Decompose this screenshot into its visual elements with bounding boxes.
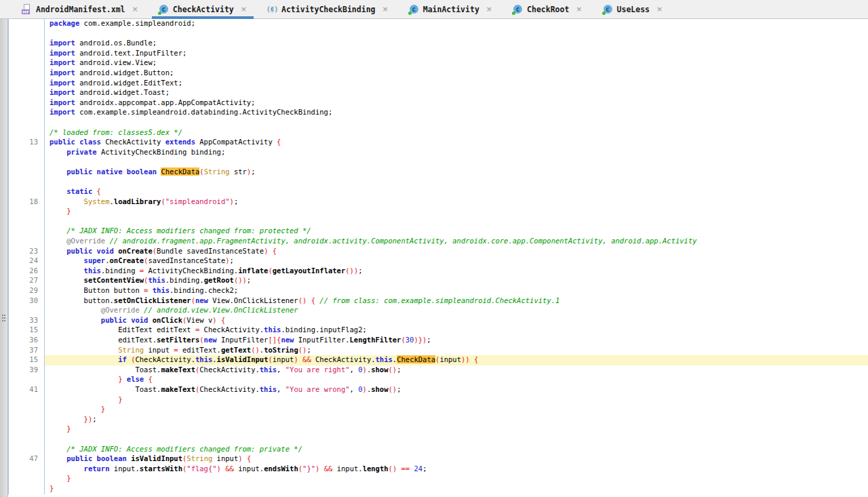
code-text[interactable]: /* loaded from: classes5.dex */: [45, 128, 868, 138]
code-line: }: [8, 474, 868, 484]
code-line: 27 setContentView(this.binding.getRoot()…: [8, 276, 868, 286]
code-text[interactable]: static {: [45, 187, 868, 197]
code-line: /* JADX INFO: Access modifiers changed f…: [8, 226, 868, 237]
code-line: [8, 178, 868, 188]
tab-bar: MFAndroidManifest.xml×cCheckActivity×(c)…: [0, 0, 868, 19]
line-number: 18: [8, 197, 45, 207]
code-line: }: [8, 395, 868, 405]
code-text[interactable]: Toast.makeText(CheckActivity.this, "You …: [45, 365, 868, 376]
code-line: /* loaded from: classes5.dex */: [8, 128, 868, 138]
line-number: [8, 19, 45, 29]
code-text[interactable]: }: [45, 474, 868, 484]
code-text[interactable]: import android.widget.EditText;: [45, 79, 868, 89]
code-text[interactable]: Button button = this.binding.check2;: [45, 286, 868, 296]
code-text[interactable]: private ActivityCheckBinding binding;: [45, 148, 868, 158]
code-text[interactable]: button.setOnClickListener(new View.OnCli…: [45, 296, 868, 306]
code-text[interactable]: [45, 157, 868, 167]
code-line: }: [8, 484, 868, 494]
code-text[interactable]: package com.example.simpleandroid;: [45, 19, 868, 29]
code-line: [8, 118, 868, 128]
line-number: [8, 207, 45, 217]
splitter-grip-icon[interactable]: [2, 315, 3, 316]
code-text[interactable]: System.loadLibrary("simpleandroid");: [45, 197, 868, 207]
code-text[interactable]: import android.os.Bundle;: [45, 39, 868, 49]
code-editor[interactable]: package com.example.simpleandroid;import…: [8, 19, 868, 497]
code-text[interactable]: public void onCreate(Bundle savedInstanc…: [45, 247, 868, 257]
code-text[interactable]: import androidx.appcompat.app.AppCompatA…: [45, 98, 868, 108]
line-number: [8, 178, 45, 188]
line-number: 33: [8, 316, 45, 326]
tab-AndroidManifest.xml[interactable]: MFAndroidManifest.xml×: [15, 0, 145, 18]
panel-splitter[interactable]: [0, 19, 8, 497]
line-number: [8, 108, 45, 118]
code-text[interactable]: String input = editText.getText().toStri…: [45, 346, 868, 356]
code-text[interactable]: Toast.makeText(CheckActivity.this, "You …: [45, 385, 868, 395]
code-text[interactable]: }: [45, 207, 868, 217]
code-line: public native boolean CheckData(String s…: [8, 167, 868, 178]
code-line: });: [8, 415, 868, 425]
code-text[interactable]: @Override // android.view.View.OnClickLi…: [45, 306, 868, 316]
code-text[interactable]: return input.startsWith("flag{") && inpu…: [45, 464, 868, 475]
manifest-file-icon: MF: [22, 4, 32, 14]
code-text[interactable]: [45, 217, 868, 227]
tab-CheckActivity[interactable]: cCheckActivity×: [152, 0, 254, 18]
code-text[interactable]: import android.widget.Toast;: [45, 88, 868, 98]
line-number: 39: [8, 365, 45, 376]
code-text[interactable]: setContentView(this.binding.getRoot());: [45, 276, 868, 286]
code-text[interactable]: import android.view.View;: [45, 58, 868, 68]
tab-close-icon[interactable]: ×: [132, 5, 138, 14]
code-line: @Override // androidx.fragment.app.Fragm…: [8, 237, 868, 247]
code-line: import android.widget.EditText;: [8, 79, 868, 89]
code-text[interactable]: });: [45, 415, 868, 425]
code-text[interactable]: import android.text.InputFilter;: [45, 49, 868, 59]
code-text[interactable]: } else {: [45, 375, 868, 385]
code-text[interactable]: public class CheckActivity extends AppCo…: [45, 138, 868, 148]
code-text[interactable]: [45, 118, 868, 128]
code-text[interactable]: this.binding = ActivityCheckBinding.infl…: [45, 266, 868, 277]
code-line: @Override // android.view.View.OnClickLi…: [8, 306, 868, 316]
tab-MainActivity[interactable]: cMainActivity×: [402, 0, 499, 18]
code-text[interactable]: [45, 178, 868, 188]
code-line: 41 Toast.makeText(CheckActivity.this, "Y…: [8, 385, 868, 395]
code-text[interactable]: [45, 435, 868, 445]
code-line: 13public class CheckActivity extends App…: [8, 138, 868, 148]
code-text[interactable]: public native boolean CheckData(String s…: [45, 167, 868, 178]
tab-label: CheckRoot: [527, 5, 569, 14]
code-text[interactable]: }: [45, 395, 868, 405]
code-text[interactable]: }: [45, 405, 868, 415]
tab-UseLess[interactable]: cUseLess×: [596, 0, 670, 18]
code-text[interactable]: editText.setFilters(new InputFilter[]{ne…: [45, 336, 868, 346]
code-text[interactable]: /* JADX INFO: Access modifiers changed f…: [45, 226, 868, 237]
tab-label: UseLess: [617, 5, 650, 14]
code-text[interactable]: import android.widget.Button;: [45, 68, 868, 79]
code-text[interactable]: EditText editText = CheckActivity.this.b…: [45, 325, 868, 336]
tab-close-icon[interactable]: ×: [576, 5, 582, 14]
line-number: 15: [8, 355, 45, 365]
code-line: 23 public void onCreate(Bundle savedInst…: [8, 247, 868, 257]
tab-close-icon[interactable]: ×: [241, 5, 247, 14]
code-text[interactable]: if (CheckActivity.this.isValidInput(inpu…: [45, 355, 868, 365]
code-text[interactable]: public void onClick(View v) {: [45, 316, 868, 326]
code-text[interactable]: }: [45, 484, 868, 494]
code-text[interactable]: public boolean isValidInput(String input…: [45, 454, 868, 464]
code-text[interactable]: super.onCreate(savedInstanceState);: [45, 256, 868, 266]
line-number: 27: [8, 276, 45, 286]
code-text[interactable]: import com.example.simpleandroid.databin…: [45, 108, 868, 118]
active-tab-underline: [152, 16, 254, 19]
green-dot-icon: [408, 12, 412, 15]
code-text[interactable]: [45, 29, 868, 39]
code-text[interactable]: }: [45, 424, 868, 435]
tab-CheckRoot[interactable]: cCheckRoot×: [506, 0, 589, 18]
code-text[interactable]: /* JADX INFO: Access modifiers changed f…: [45, 445, 868, 455]
tab-close-icon[interactable]: ×: [656, 5, 663, 14]
tab-close-icon[interactable]: ×: [486, 5, 492, 14]
class-icon: c: [409, 4, 419, 14]
line-number: [8, 306, 45, 316]
class-icon: c: [603, 4, 613, 14]
green-dot-icon: [602, 12, 606, 15]
code-text[interactable]: @Override // androidx.fragment.app.Fragm…: [45, 237, 868, 247]
code-line: 37 String input = editText.getText().toS…: [8, 346, 868, 356]
tab-close-icon[interactable]: ×: [382, 5, 389, 14]
tab-ActivityCheckBinding[interactable]: (c)ActivityCheckBinding×: [260, 0, 395, 18]
code-line: 18 System.loadLibrary("simpleandroid");: [8, 197, 868, 207]
